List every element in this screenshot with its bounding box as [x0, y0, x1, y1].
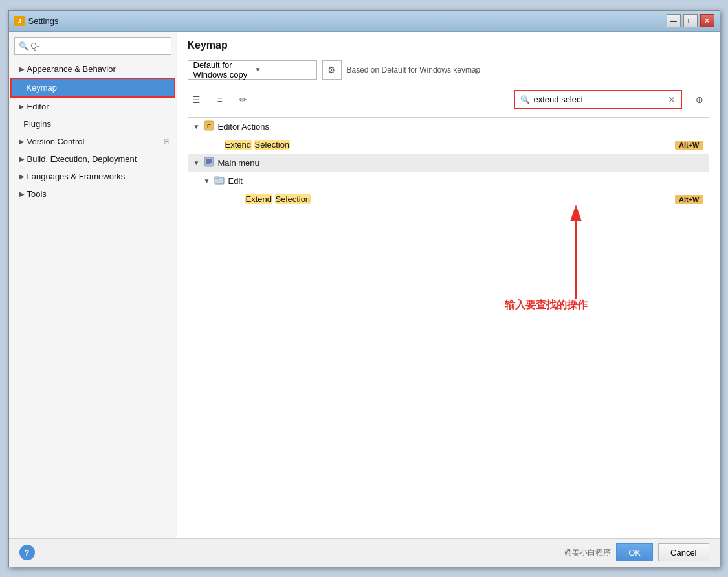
sidebar-item-label: Keymap: [26, 83, 57, 93]
sidebar-item-build-execution-deployment[interactable]: ▶ Build, Execution, Deployment: [9, 150, 177, 168]
main-content: Keymap Default for Windows copy ▼ ⚙ Base…: [177, 32, 720, 538]
chevron-down-icon: ▼: [255, 66, 311, 73]
tree-group-edit[interactable]: ▼ Edit: [188, 172, 709, 190]
edit-button[interactable]: ✏: [234, 91, 252, 108]
svg-text:J: J: [17, 18, 21, 25]
expand-arrow-icon: ▶: [19, 190, 25, 198]
keymap-selector-row: Default for Windows copy ▼ ⚙ Based on De…: [188, 60, 709, 80]
expand-arrow-icon: ▶: [19, 173, 25, 180]
tree-item-extend-selection-2[interactable]: Extend Selection Alt+W: [188, 190, 709, 209]
editor-actions-icon: E: [204, 120, 214, 133]
keymap-dropdown[interactable]: Default for Windows copy ▼: [188, 60, 317, 80]
keymap-search-input[interactable]: [534, 95, 668, 104]
expand-arrow-icon: [22, 84, 24, 91]
highlight-selection-2: Selection: [275, 194, 311, 204]
copy-icon: ⎘: [164, 137, 169, 145]
expand-arrow-icon: ▶: [19, 155, 25, 163]
expand-all-button[interactable]: ≡: [211, 91, 229, 108]
keymap-tree-container: ▼ E Editor Actions Exten: [188, 117, 709, 530]
highlight-selection: Selection: [254, 140, 290, 150]
edit-group-label: Edit: [228, 176, 703, 186]
expand-arrow-icon: [19, 120, 21, 128]
title-bar: J Settings — □ ✕: [9, 11, 720, 32]
tree-leaf-icon: [214, 141, 222, 148]
tree-item-extend-selection-1[interactable]: Extend Selection Alt+W: [188, 136, 709, 154]
sidebar-item-label: Editor: [27, 102, 49, 111]
close-button[interactable]: ✕: [700, 14, 714, 27]
sidebar-item-label: Languages & Frameworks: [27, 172, 126, 181]
window-body: 🔍 ▶ Appearance & Behavior Keymap ▶ Edito…: [9, 32, 720, 538]
sidebar-item-label: Version Control: [27, 137, 85, 146]
main-menu-label: Main menu: [218, 158, 703, 168]
filter-button[interactable]: ☰: [188, 91, 206, 108]
search-icon: 🔍: [520, 95, 530, 104]
tree-item-label-1: Extend Selection: [225, 140, 676, 150]
author-label: @姜小白程序: [564, 547, 611, 558]
expand-arrow-icon: ▶: [19, 65, 25, 73]
sidebar-item-label: Plugins: [23, 119, 51, 129]
window-controls: — □ ✕: [667, 14, 714, 27]
based-on-text: Based on Default for Windows keymap: [347, 65, 481, 74]
sidebar-item-editor[interactable]: ▶ Editor: [9, 98, 177, 115]
sidebar-search-input[interactable]: [31, 41, 167, 51]
search-options-button[interactable]: ⊕: [690, 90, 709, 109]
section-title: Keymap: [188, 40, 709, 51]
expand-arrow-icon: ▶: [19, 103, 25, 110]
sidebar-item-keymap[interactable]: Keymap: [10, 78, 175, 98]
sidebar-item-tools[interactable]: ▶ Tools: [9, 185, 177, 203]
edit-folder-icon: [214, 175, 225, 187]
sidebar-search-box[interactable]: 🔍: [14, 37, 171, 55]
main-menu-icon: [204, 157, 214, 169]
maximize-button[interactable]: □: [683, 14, 698, 27]
keymap-search-bar: 🔍 ✕: [514, 90, 682, 109]
sidebar-item-label: Build, Execution, Deployment: [27, 154, 137, 164]
keymap-settings-button[interactable]: ⚙: [322, 60, 342, 80]
editor-actions-label: Editor Actions: [218, 122, 703, 131]
highlight-extend-2: Extend: [245, 194, 272, 204]
keymap-tree: ▼ E Editor Actions Exten: [188, 117, 709, 530]
shortcut-badge-2: Alt+W: [675, 195, 703, 204]
app-icon: J: [14, 16, 25, 26]
sidebar-item-version-control[interactable]: ▶ Version Control ⎘: [9, 133, 177, 150]
svg-rect-9: [215, 177, 219, 179]
sidebar-search-icon: 🔍: [19, 41, 28, 51]
sidebar: 🔍 ▶ Appearance & Behavior Keymap ▶ Edito…: [9, 32, 177, 538]
keymap-toolbar: ☰ ≡ ✏ 🔍 ✕ ⊕: [188, 87, 709, 112]
keymap-dropdown-value: Default for Windows copy: [193, 60, 250, 80]
sidebar-nav: ▶ Appearance & Behavior Keymap ▶ Editor …: [9, 60, 177, 538]
tree-leaf-icon: [235, 196, 243, 203]
tree-item-label-2: Extend Selection: [245, 194, 676, 204]
window-title: Settings: [28, 16, 667, 26]
clear-search-icon[interactable]: ✕: [668, 95, 676, 105]
help-button[interactable]: ?: [19, 545, 35, 560]
highlight-extend: Extend: [225, 140, 252, 150]
tree-collapse-icon: ▼: [204, 177, 212, 185]
tree-group-main-menu[interactable]: ▼ Main menu: [188, 154, 709, 172]
cancel-button[interactable]: Cancel: [658, 543, 709, 561]
sidebar-item-label: Tools: [27, 189, 47, 199]
sidebar-item-languages-frameworks[interactable]: ▶ Languages & Frameworks: [9, 168, 177, 185]
shortcut-badge-1: Alt+W: [675, 141, 703, 150]
svg-text:E: E: [206, 123, 210, 130]
sidebar-item-label: Appearance & Behavior: [27, 64, 116, 74]
expand-arrow-icon: ▶: [19, 138, 25, 145]
sidebar-item-appearance-behavior[interactable]: ▶ Appearance & Behavior: [9, 60, 177, 78]
tree-collapse-icon: ▼: [193, 159, 201, 166]
tree-group-editor-actions[interactable]: ▼ E Editor Actions: [188, 118, 709, 136]
bottom-bar: ? @姜小白程序 OK Cancel: [9, 538, 720, 567]
ok-button[interactable]: OK: [616, 543, 653, 561]
sidebar-item-plugins[interactable]: Plugins: [9, 115, 177, 133]
minimize-button[interactable]: —: [667, 14, 681, 27]
settings-window: J Settings — □ ✕ 🔍 ▶ Appearance & Behavi…: [8, 10, 720, 567]
tree-collapse-icon: ▼: [193, 123, 201, 130]
